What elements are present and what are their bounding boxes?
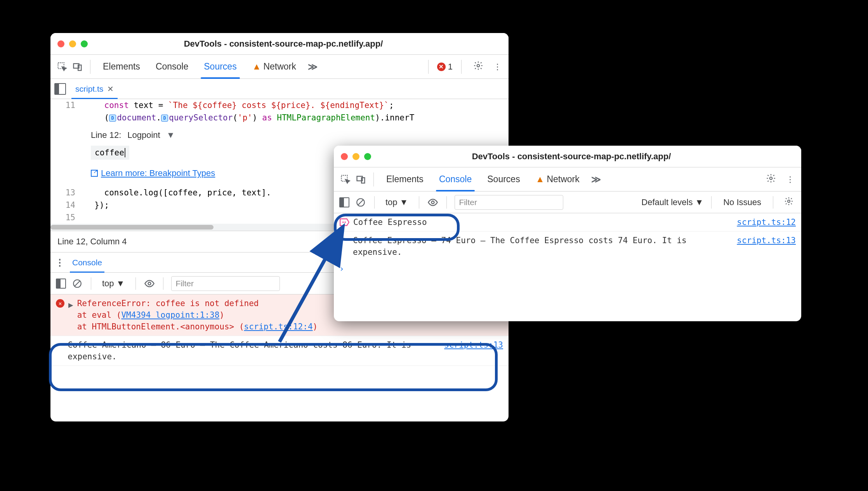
code-line-14[interactable]: });	[82, 199, 109, 211]
log-text: Coffee Espresso — 74 Euro — The Coffee E…	[353, 235, 796, 258]
logpoint-input[interactable]: coffee	[91, 146, 129, 160]
error-icon: ✕	[56, 299, 64, 308]
zoom-icon[interactable]	[364, 153, 371, 160]
gear-icon[interactable]	[470, 61, 486, 73]
error-count-badge[interactable]: ✕1	[437, 62, 453, 72]
inspect-icon[interactable]	[54, 59, 70, 75]
clear-console-icon[interactable]	[355, 197, 366, 208]
bp-type-select[interactable]: Logpoint	[127, 130, 160, 140]
issues-label[interactable]: No Issues	[719, 197, 765, 207]
line-number: 15	[50, 211, 82, 224]
svg-point-16	[342, 221, 344, 223]
context-select[interactable]: top ▼	[382, 197, 411, 207]
close-tab-icon[interactable]: ✕	[107, 84, 114, 94]
source-link[interactable]: script.ts:13	[444, 339, 503, 351]
titlebar[interactable]: DevTools - consistent-source-map-pc.netl…	[50, 33, 509, 55]
code-line-12[interactable]: (Ddocument.DquerySelector('p') as HTMLPa…	[82, 111, 414, 124]
filter-input[interactable]: Filter	[455, 195, 563, 210]
svg-point-14	[432, 201, 434, 204]
filter-input[interactable]: Filter	[171, 276, 280, 291]
svg-point-15	[788, 200, 790, 202]
panel-toggle-icon[interactable]	[339, 197, 350, 208]
console-messages: Coffee Espresso script.ts:12 Coffee Espr…	[334, 213, 801, 277]
kebab-icon[interactable]: ⋮	[490, 62, 505, 71]
clear-console-icon[interactable]	[71, 278, 83, 289]
console-toolbar: top ▼ Filter Default levels ▼ No Issues	[334, 192, 801, 213]
window-title: DevTools - consistent-source-map-pc.netl…	[92, 39, 502, 49]
line-number: 13	[50, 186, 82, 199]
console-prompt[interactable]: ›	[334, 261, 801, 277]
external-link-icon	[91, 170, 98, 177]
console-logpoint-message[interactable]: Coffee Espresso script.ts:12	[334, 213, 801, 232]
logpoint-icon	[339, 217, 349, 227]
error-source-link[interactable]: VM4394 logpoint:1:38	[121, 310, 219, 320]
close-icon[interactable]	[341, 153, 348, 160]
titlebar[interactable]: DevTools - consistent-source-map-pc.netl…	[334, 146, 801, 167]
tab-network[interactable]: ▲Network	[245, 55, 304, 78]
chevron-down-icon: ▼	[400, 197, 408, 207]
context-select[interactable]: top ▼	[99, 279, 128, 289]
minimize-icon[interactable]	[352, 153, 359, 160]
svg-line-5	[75, 281, 80, 286]
tab-console[interactable]: Console	[431, 167, 479, 191]
tab-elements[interactable]: Elements	[95, 55, 148, 78]
tab-sources[interactable]: Sources	[479, 167, 528, 191]
kebab-icon[interactable]: ⋮	[783, 175, 797, 184]
main-tabs: Elements Console Sources ▲Network ≫ ✕1 ⋮	[50, 55, 509, 79]
chevron-down-icon[interactable]: ▼	[167, 130, 175, 140]
minimize-icon[interactable]	[69, 40, 76, 47]
zoom-icon[interactable]	[81, 40, 88, 47]
breakpoint-gutter[interactable]: •• 12	[50, 111, 82, 124]
traffic-lights	[341, 153, 371, 160]
log-text: Coffee Espresso	[353, 216, 497, 228]
file-tab-script[interactable]: script.ts ✕	[70, 79, 119, 99]
bp-line-label: Line 12:	[91, 130, 121, 140]
source-link[interactable]: script.ts:13	[737, 235, 796, 246]
dom-icon: D	[109, 115, 116, 122]
log-text: Coffee Americano — 86 Euro — The Coffee …	[68, 339, 503, 362]
tab-sources[interactable]: Sources	[196, 55, 244, 78]
window-title: DevTools - consistent-source-map-pc.netl…	[376, 151, 794, 162]
line-number: 14	[50, 199, 82, 211]
error-source-link[interactable]: script.ts:12:4	[244, 322, 313, 331]
tab-console[interactable]: Console	[148, 55, 196, 78]
devtools-window-console: DevTools - consistent-source-map-pc.netl…	[334, 146, 801, 321]
svg-point-6	[148, 282, 151, 285]
tab-elements[interactable]: Elements	[378, 167, 431, 191]
main-tabs: Elements Console Sources ▲Network ≫ ⋮	[334, 167, 801, 192]
svg-point-17	[344, 221, 345, 223]
more-tabs-icon[interactable]: ≫	[587, 174, 605, 185]
line-number: 11	[50, 99, 82, 111]
kebab-icon[interactable]: ⋮	[55, 257, 64, 268]
svg-point-11	[770, 177, 773, 180]
learn-more-link[interactable]: Learn more: Breakpoint Types	[91, 168, 215, 178]
eye-icon[interactable]	[144, 278, 155, 289]
expand-icon[interactable]: ▶	[68, 299, 73, 311]
svg-point-3	[477, 64, 480, 67]
chevron-down-icon: ▼	[695, 197, 703, 207]
tab-network[interactable]: ▲Network	[528, 167, 587, 191]
inspect-icon[interactable]	[338, 172, 353, 187]
log-levels-select[interactable]: Default levels ▼	[641, 197, 703, 207]
code-line-11[interactable]: const text = `The ${coffee} costs ${pric…	[82, 99, 394, 111]
panel-toggle-icon[interactable]	[54, 83, 66, 95]
console-log-message[interactable]: Coffee Americano — 86 Euro — The Coffee …	[50, 336, 509, 366]
file-tabs: script.ts ✕	[50, 79, 509, 99]
close-icon[interactable]	[57, 40, 64, 47]
device-icon[interactable]	[353, 172, 369, 187]
svg-line-13	[358, 200, 363, 205]
gear-icon[interactable]	[763, 173, 779, 185]
device-icon[interactable]	[70, 59, 85, 75]
more-tabs-icon[interactable]: ≫	[304, 61, 321, 72]
eye-icon[interactable]	[427, 197, 439, 208]
gear-icon[interactable]	[781, 197, 797, 208]
drawer-tab-console[interactable]: Console	[70, 252, 104, 272]
file-tab-label: script.ts	[75, 84, 103, 94]
panel-toggle-icon[interactable]	[55, 278, 67, 289]
cursor-position: Line 12, Column 4	[57, 237, 127, 247]
code-line-13[interactable]: console.log([coffee, price, text].	[82, 186, 271, 199]
chevron-down-icon: ▼	[116, 279, 125, 289]
source-link[interactable]: script.ts:12	[737, 216, 796, 228]
dom-icon: D	[161, 115, 168, 122]
console-log-message[interactable]: Coffee Espresso — 74 Euro — The Coffee E…	[334, 232, 801, 261]
